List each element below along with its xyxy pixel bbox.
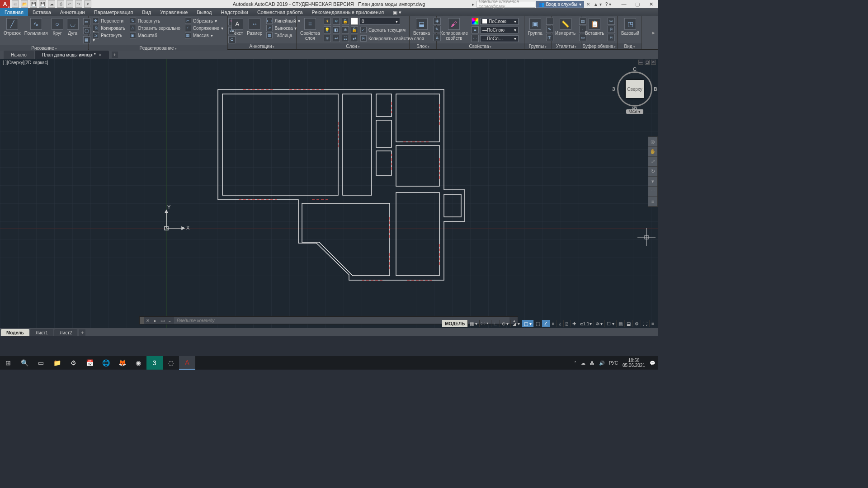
panel-layers-title[interactable]: Слои xyxy=(297,43,409,49)
autodesk-app-icon[interactable]: ▲ ▾ xyxy=(592,2,603,7)
tray-chevron-icon[interactable]: ˄ xyxy=(574,361,576,366)
tray-lang[interactable]: РУС xyxy=(609,361,618,366)
viewport-maximize-icon[interactable]: ▢ xyxy=(645,60,650,65)
layer-properties-button[interactable]: ≡Свойства слоя xyxy=(298,17,322,42)
units-toggle[interactable]: ☐ ▾ xyxy=(604,320,616,327)
linetype-dropdown[interactable]: — ПоСл…▾ xyxy=(480,35,519,42)
panel-view-title[interactable]: Вид xyxy=(618,43,642,49)
ortho-toggle[interactable]: ∟ xyxy=(491,320,500,327)
settings-button[interactable]: ⚙ xyxy=(65,356,81,370)
cleanscreen-toggle[interactable]: ⛶ xyxy=(641,320,649,327)
panel-clip-title[interactable]: Буфер обмена xyxy=(581,43,617,49)
start-button[interactable]: ⊞ xyxy=(0,356,16,370)
cmd-options-icon[interactable]: ⌄ xyxy=(166,317,173,324)
layer-lock-icon[interactable]: 🔒 xyxy=(342,18,349,25)
annomon-toggle[interactable]: ⍌ xyxy=(563,320,570,327)
match-properties-button[interactable]: 🖌Копирование свойств xyxy=(439,17,470,42)
tab-home[interactable]: Главная xyxy=(0,8,28,16)
new-layout-button[interactable]: + xyxy=(79,329,85,336)
signin-button[interactable]: 👥 Вход в службы ▾ xyxy=(536,1,584,8)
tray-volume-icon[interactable]: 🔊 xyxy=(599,361,604,366)
tab-output[interactable]: Вывод xyxy=(192,8,216,16)
layer-lck-icon[interactable]: 🔓 xyxy=(351,26,358,33)
ws-toggle[interactable]: ✲ ▾ xyxy=(594,320,605,327)
leader-button[interactable]: ↗Выноска ▾ xyxy=(265,24,301,32)
system-clock[interactable]: 18:5805.06.2021 xyxy=(623,358,645,368)
layer-off-icon[interactable]: 💡 xyxy=(324,26,331,33)
viewcube[interactable]: С В Ю З Сверху МСК ▾ xyxy=(617,71,652,114)
isodraft-toggle[interactable]: ◢ ▾ xyxy=(510,320,522,327)
3dosnap-toggle[interactable]: ⬚ xyxy=(533,320,542,327)
cmd-macro-icon[interactable]: ▭ xyxy=(159,317,166,324)
close-button[interactable]: ✕ xyxy=(644,0,658,8)
qat-new-icon[interactable]: ▭ xyxy=(12,0,19,8)
annoscale[interactable]: ⍺ 1:1 ▾ xyxy=(578,320,594,327)
color-wheel-icon[interactable] xyxy=(472,18,479,25)
help-icon[interactable]: ? ▾ xyxy=(604,2,613,7)
viewport-label[interactable]: [-][Сверху][2D-каркас] xyxy=(3,60,48,65)
tab-featured[interactable]: Рекомендованные приложения xyxy=(307,8,389,16)
discord-button[interactable]: ◌ xyxy=(163,356,179,370)
qat-open-icon[interactable]: 📂 xyxy=(21,0,28,8)
qat-redo-icon[interactable]: ↷ xyxy=(75,0,82,8)
search-button[interactable]: 🔍 xyxy=(16,356,33,370)
linetype-icon[interactable]: ⋯ xyxy=(472,35,479,42)
tab-close-icon[interactable]: ✕ xyxy=(99,53,102,57)
tab-annotate[interactable]: Аннотации xyxy=(56,8,90,16)
qat-undo-icon[interactable]: ↶ xyxy=(66,0,73,8)
nav-more-icon[interactable]: ⋯ xyxy=(648,187,657,197)
otrack-toggle[interactable]: ∠ xyxy=(542,320,550,327)
copybase-icon[interactable]: ⎗ xyxy=(608,34,615,41)
layer-dropdown[interactable]: 0▾ xyxy=(359,18,400,25)
cut-icon[interactable]: ✂ xyxy=(608,18,615,25)
quickprops-toggle[interactable]: ▤ xyxy=(616,320,624,327)
layer-frz-icon[interactable]: ❄ xyxy=(342,26,349,33)
line-button[interactable]: ╱Отрезок xyxy=(2,17,23,37)
baseview-button[interactable]: ◳Базовый xyxy=(619,17,641,37)
arc-button[interactable]: ◡Дуга xyxy=(65,17,80,37)
tab-collaborate[interactable]: Совместная работа xyxy=(253,8,307,16)
model-badge[interactable]: МОДЕЛЬ xyxy=(442,320,467,327)
copy-button[interactable]: ⎘Копировать xyxy=(92,24,126,32)
panel-modify-title[interactable]: Редактирование xyxy=(89,45,227,51)
firefox-button[interactable]: 🦊 xyxy=(114,356,130,370)
ribbon-collapse-icon[interactable]: ▸ xyxy=(652,30,655,36)
tray-cloud-icon[interactable]: ☁ xyxy=(581,361,585,366)
tab-parametric[interactable]: Параметризация xyxy=(90,8,137,16)
qat-dropdown-icon[interactable]: ▾ xyxy=(84,0,91,8)
viewport-minimize-icon[interactable]: — xyxy=(638,60,643,65)
nav-orbit-icon[interactable]: ↻ xyxy=(648,167,657,177)
trim-button[interactable]: ✂Обрезать ▾ xyxy=(184,17,224,24)
qat-save-icon[interactable]: 💾 xyxy=(30,0,37,8)
measure-button[interactable]: 📏Измерить xyxy=(553,17,577,37)
linear-button[interactable]: ⟷Линейный ▾ xyxy=(265,17,301,24)
autocad-taskbar-button[interactable]: A xyxy=(179,356,195,370)
viewport-close-icon[interactable]: ✕ xyxy=(651,60,656,65)
panel-block-title[interactable]: Блок xyxy=(410,43,436,49)
model-tab[interactable]: Модель xyxy=(1,329,29,336)
array-button[interactable]: ▦Массив ▾ xyxy=(184,32,224,39)
tab-expand-icon[interactable]: ▣ ▾ xyxy=(388,8,406,16)
calendar-button[interactable]: 📅 xyxy=(81,356,98,370)
hardware-toggle[interactable]: ⚙ xyxy=(632,320,641,327)
mirror-button[interactable]: ⧊Отразить зеркально xyxy=(129,24,181,32)
nav-zoomext-icon[interactable]: ⤢ xyxy=(648,157,657,167)
polyline-button[interactable]: ∿Полилиния xyxy=(23,17,50,37)
make-current-button[interactable]: ✓Сделать текущим xyxy=(359,26,406,34)
steam-button[interactable]: ◉ xyxy=(130,356,146,370)
scale-button[interactable]: ▣Масштаб xyxy=(129,32,181,39)
3dsmax-button[interactable]: 3 xyxy=(146,356,163,370)
exchange-icon[interactable]: ✕ xyxy=(585,2,591,7)
layout1-tab[interactable]: Лист1 xyxy=(30,329,53,336)
qat-plot-icon[interactable]: ⎙ xyxy=(57,0,64,8)
nav-showmo-icon[interactable]: ▾ xyxy=(648,177,657,187)
layer-color-icon[interactable] xyxy=(351,18,358,25)
navigation-bar[interactable]: ◎ ✋ ⤢ ↻ ▾ ⋯ ≡ xyxy=(648,136,658,207)
paste-button[interactable]: 📋Вставить xyxy=(583,17,606,37)
stretch-button[interactable]: ⇲Растянуть xyxy=(92,32,126,39)
qat-cloud-icon[interactable]: ☁ xyxy=(48,0,55,8)
layout2-tab[interactable]: Лист2 xyxy=(54,329,77,336)
start-tab[interactable]: Начало xyxy=(4,51,34,59)
fillet-button[interactable]: ◜Сопряжение ▾ xyxy=(184,24,224,32)
snap-toggle[interactable]: ⸬ ▾ xyxy=(479,320,491,327)
